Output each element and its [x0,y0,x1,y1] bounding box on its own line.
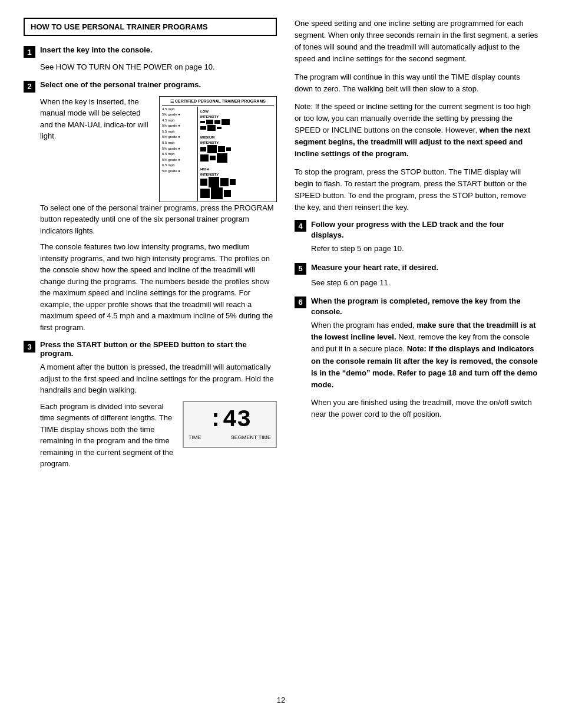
step-2-header: 2 Select one of the personal trainer pro… [24,80,277,93]
left-column: HOW TO USE PERSONAL TRAINER PROGRAMS 1 I… [24,18,277,684]
right-step-5-content: See step 6 on page 11. [311,277,538,289]
step-2-number: 2 [24,81,35,93]
page: HOW TO USE PERSONAL TRAINER PROGRAMS 1 I… [0,0,562,728]
chart-row-4: 5.5 mph5% grade ● [162,140,196,151]
right-para-4: To stop the program, press the STOP butt… [295,166,538,214]
right-step-4: 4 Follow your progress with the LED trac… [295,219,538,255]
two-column-layout: HOW TO USE PERSONAL TRAINER PROGRAMS 1 I… [24,18,538,684]
step-1-para-1: See HOW TO TURN ON THE POWER on page 10. [40,61,277,73]
right-para-1: One speed setting and one incline settin… [295,18,538,65]
right-para-3: Note: If the speed or incline setting fo… [295,101,538,160]
right-step-6-para-1: When the program has ended, make sure th… [311,319,538,391]
right-step-5-title: Measure your heart rate, if desired. [311,262,438,273]
step-3-with-display: Each program is divided into several tim… [40,401,277,475]
step-3-number: 3 [24,341,35,353]
right-step-6-number: 6 [295,297,306,308]
right-step-4-header: 4 Follow your progress with the LED trac… [295,219,538,241]
step-1-number: 1 [24,46,35,58]
intensity-low: LOWINTENSITY [200,108,274,131]
chart-row-5: 6.5 mph5% grade ● [162,151,196,163]
step-2-para-1: To select one of the personal trainer pr… [40,202,277,237]
right-step-6-para-1-text: When the program has ended, [311,321,415,330]
step-1-header: 1 Insert the key into the console. [24,45,277,58]
step-3-para-1: A moment after the button is pressed, th… [40,361,277,396]
section-header: HOW TO USE PERSONAL TRAINER PROGRAMS [24,18,277,36]
right-step-5: 5 Measure your heart rate, if desired. S… [295,262,538,289]
chart-body: 4.5 mph5% grade ● 4.5 mph5% grade ● 5.5 … [162,107,274,201]
right-step-4-content: Refer to step 5 on page 10. [311,243,538,255]
step-2-para-2: The console features two low intensity p… [40,241,277,333]
segment-label-time: TIME [189,434,201,440]
program-chart: ☰ CERTIFIED PERSONAL TRAINER PROGRAMS 4.… [159,96,277,202]
right-step-6-content: When the program has ended, make sure th… [311,319,538,420]
step-2-title: Select one of the personal trainer progr… [40,80,201,89]
chart-title: ☰ CERTIFIED PERSONAL TRAINER PROGRAMS [162,99,274,106]
step-1-title: Insert the key into the console. [40,45,153,54]
chart-row-1: 4.5 mph5% grade ● [162,107,196,118]
segment-number-value: :43 [209,409,251,432]
right-step-5-header: 5 Measure your heart rate, if desired. [295,262,538,275]
right-step-4-number: 4 [295,220,306,232]
segment-time-display: :43 TIME SEGMENT TIME [183,401,277,448]
step-2-with-chart: When the key is inserted, the manual mod… [40,96,277,202]
right-step-5-number: 5 [295,263,306,275]
step-3-content: A moment after the button is pressed, th… [40,361,277,475]
chart-profiles: LOWINTENSITY [197,107,274,201]
right-step-6-title: When the program is completed, remove th… [311,296,538,317]
step-2-intro: When the key is inserted, the manual mod… [40,96,152,142]
segment-labels: TIME SEGMENT TIME [184,434,276,440]
right-step-4-para: Refer to step 5 on page 10. [311,243,538,255]
step-3-para-2: Each program is divided into several tim… [40,401,176,470]
chart-left-labels: 4.5 mph5% grade ● 4.5 mph5% grade ● 5.5 … [162,107,197,201]
step-1-content: See HOW TO TURN ON THE POWER on page 10. [40,61,277,73]
right-para-2: The program will continue in this way un… [295,71,538,95]
chart-row-2: 4.5 mph5% grade ● [162,118,196,129]
step-2-content: When the key is inserted, the manual mod… [40,96,277,334]
right-step-6-para-3: When you are finished using the treadmil… [311,397,538,420]
right-column: One speed setting and one incline settin… [295,18,538,684]
page-number: 12 [24,696,538,704]
right-step-5-para: See step 6 on page 11. [311,277,538,289]
chart-row-6: 6.5 mph5% grade ● [162,163,196,174]
right-step-4-title: Follow your progress with the LED track … [311,219,538,241]
step-3-title: Press the START button or the SPEED butt… [40,340,277,358]
intensity-medium: MEDIUMINTENSITY [200,134,274,163]
intensity-high: HIGHINTENSITY [200,166,274,199]
step-2-text-block: When the key is inserted, the manual mod… [40,96,152,147]
step-3-header: 3 Press the START button or the SPEED bu… [24,340,277,358]
right-step-6: 6 When the program is completed, remove … [295,296,538,421]
chart-row-3: 5.5 mph5% grade ● [162,129,196,140]
segment-label-segment: SEGMENT TIME [231,434,271,440]
right-step-6-header: 6 When the program is completed, remove … [295,296,538,317]
